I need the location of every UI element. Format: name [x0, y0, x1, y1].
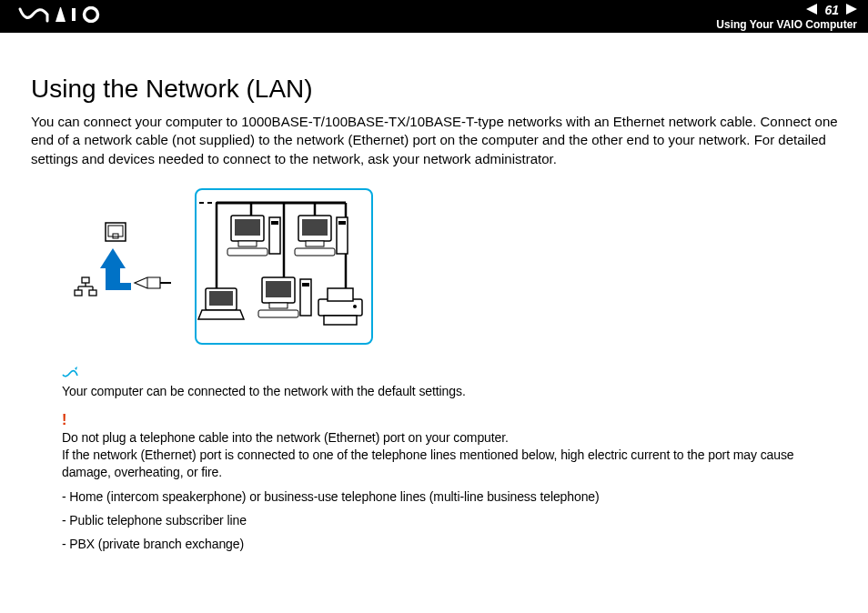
page-content: Using the Network (LAN) You can connect …	[0, 33, 868, 551]
list-item: - PBX (private branch exchange)	[62, 537, 841, 551]
nav-prev-icon[interactable]	[806, 3, 819, 17]
svg-marker-3	[846, 4, 857, 15]
svg-rect-33	[302, 219, 328, 236]
page-title: Using the Network (LAN)	[31, 75, 841, 104]
warning-block: ! Do not plug a telephone cable into the…	[62, 413, 841, 552]
header-nav: 61 Using Your VAIO Computer	[716, 3, 857, 30]
svg-rect-9	[89, 290, 96, 296]
lan-topology-illustration	[195, 188, 373, 345]
warning-line-2: If the network (Ethernet) port is connec…	[62, 447, 841, 481]
svg-point-49	[353, 305, 357, 308]
svg-rect-7	[82, 277, 89, 283]
warning-line-1: Do not plug a telephone cable into the n…	[62, 429, 841, 447]
list-item: - Public telephone subscriber line	[62, 513, 841, 528]
svg-marker-2	[806, 4, 817, 15]
warning-bullets: - Home (intercom speakerphone) or busine…	[62, 489, 841, 551]
svg-rect-41	[266, 281, 291, 297]
nav-next-icon[interactable]	[844, 3, 857, 17]
warning-icon: !	[62, 413, 841, 427]
section-label: Using Your VAIO Computer	[716, 19, 857, 30]
svg-rect-45	[302, 283, 309, 286]
svg-rect-29	[227, 248, 267, 256]
svg-rect-39	[209, 291, 233, 306]
list-item: - Home (intercom speakerphone) or busine…	[62, 489, 841, 504]
intro-paragraph: You can connect your computer to 1000BAS…	[31, 113, 841, 168]
vaio-logo	[15, 6, 115, 26]
arrow-icon	[100, 248, 131, 290]
network-diagram	[69, 188, 841, 345]
svg-rect-35	[295, 248, 335, 256]
svg-point-1	[85, 8, 98, 22]
svg-rect-34	[306, 241, 324, 246]
svg-rect-0	[72, 8, 76, 21]
svg-rect-47	[328, 288, 353, 301]
page-number: 61	[824, 4, 839, 16]
note-icon	[62, 367, 841, 382]
svg-rect-8	[75, 290, 82, 296]
svg-rect-31	[271, 221, 278, 225]
svg-rect-16	[106, 283, 131, 290]
note-block: Your computer can be connected to the ne…	[62, 367, 841, 398]
svg-rect-28	[238, 241, 257, 246]
ethernet-port-illustration	[69, 221, 178, 312]
svg-rect-27	[235, 219, 260, 236]
svg-rect-42	[269, 303, 288, 308]
svg-marker-15	[100, 248, 126, 268]
svg-rect-5	[108, 226, 123, 236]
svg-rect-48	[324, 316, 357, 325]
svg-rect-37	[338, 221, 346, 225]
header-bar: 61 Using Your VAIO Computer	[0, 0, 868, 33]
note-text: Your computer can be connected to the ne…	[62, 384, 841, 398]
svg-rect-43	[258, 310, 298, 317]
